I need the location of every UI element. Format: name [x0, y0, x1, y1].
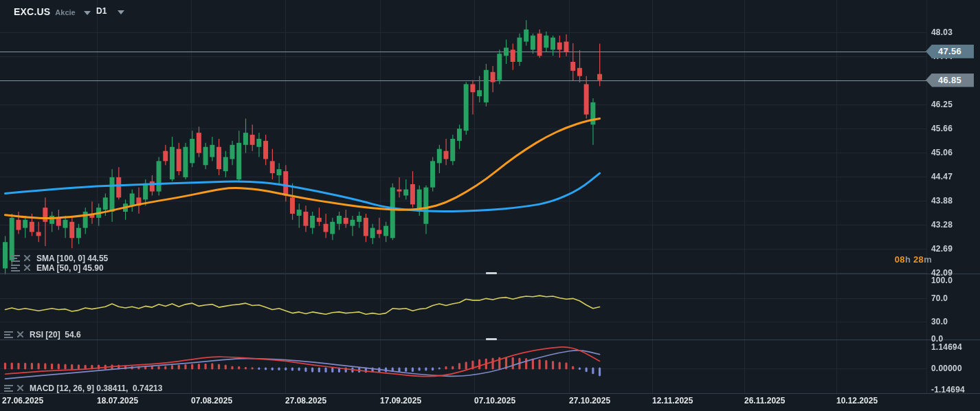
date-label: 07.08.2025 — [191, 396, 232, 406]
price-tick-label: 42.69 — [931, 244, 978, 254]
indicator-close-icon[interactable] — [16, 384, 25, 392]
date-label: 17.09.2025 — [380, 396, 421, 406]
rsi-tick-label: 100.0 — [931, 276, 978, 285]
countdown-hours: 08 — [895, 254, 905, 265]
date-label: 26.11.2025 — [744, 396, 785, 406]
chevron-down-icon[interactable] — [84, 11, 91, 15]
countdown-minutes: 28 — [913, 254, 924, 265]
timeframe-label: D1 — [96, 6, 107, 16]
price-tick-label: 45.66 — [931, 124, 978, 133]
price-tick-label: 43.28 — [931, 220, 978, 230]
instrument-type-label: Akcie — [55, 8, 75, 16]
indicator-close-icon[interactable] — [23, 264, 32, 271]
ema-label: EMA [50, 0] 45.90 — [36, 263, 104, 273]
sma-indicator-row: SMA [100, 0] 44.55 — [11, 254, 108, 263]
chevron-down-icon[interactable] — [118, 10, 124, 14]
price-tick-label: 48.03 — [931, 27, 978, 37]
date-label: 07.10.2025 — [474, 396, 515, 406]
date-label: 27.06.2025 — [2, 396, 43, 406]
rsi-indicator-row: RSI [20] 54.6 — [4, 330, 81, 339]
indicator-close-icon[interactable] — [23, 254, 32, 262]
indicator-settings-icon[interactable] — [11, 254, 20, 262]
date-label: 18.07.2025 — [97, 396, 138, 406]
macd-tick-label: 1.14694 — [931, 342, 978, 352]
indicator-close-icon[interactable] — [16, 331, 25, 338]
price-tick-label: 44.47 — [931, 172, 978, 181]
current-price-badge: 46.85 — [926, 74, 974, 87]
symbol-label: EXC.US — [14, 6, 50, 17]
macd-tick-label: 0.00000 — [931, 364, 978, 373]
macd-tick-label: -1.14694 — [931, 385, 978, 395]
symbol-header[interactable]: EXC.US Akcie — [14, 6, 91, 17]
rsi-tick-label: 70.0 — [931, 293, 978, 303]
price-tick-label: 43.88 — [931, 196, 978, 206]
date-label: 12.11.2025 — [652, 396, 693, 406]
macd-indicator-row: MACD [12, 26, 9] 0.38411, 0.74213 — [4, 384, 162, 392]
indicator-settings-icon[interactable] — [4, 331, 13, 338]
indicator-settings-icon[interactable] — [4, 384, 13, 392]
rsi-label: RSI [20] 54.6 — [30, 330, 81, 340]
date-label: 27.10.2025 — [569, 396, 610, 406]
price-tick-label: 46.25 — [931, 100, 978, 109]
ema-indicator-row: EMA [50, 0] 45.90 — [11, 263, 104, 272]
price-tick-label: 45.06 — [931, 148, 978, 157]
bar-close-countdown: 08h 28m — [895, 254, 932, 265]
macd-pane-resize-handle[interactable] — [486, 338, 497, 340]
price-line-badge: 47.56 — [926, 45, 974, 58]
macd-label: MACD [12, 26, 9] 0.38411, 0.74213 — [30, 384, 162, 393]
trading-chart-window: EXC.US Akcie D1 SMA [100, 0] 44.55 EMA [… — [0, 0, 980, 411]
date-label: 27.08.2025 — [285, 396, 326, 406]
indicator-settings-icon[interactable] — [11, 264, 20, 271]
chart-canvas[interactable] — [0, 0, 980, 411]
timeframe-selector[interactable]: D1 — [96, 6, 124, 16]
sma-label: SMA [100, 0] 44.55 — [36, 254, 108, 263]
rsi-pane-resize-handle[interactable] — [486, 272, 497, 274]
date-label: 10.12.2025 — [836, 396, 878, 406]
rsi-tick-label: 30.0 — [931, 317, 978, 326]
